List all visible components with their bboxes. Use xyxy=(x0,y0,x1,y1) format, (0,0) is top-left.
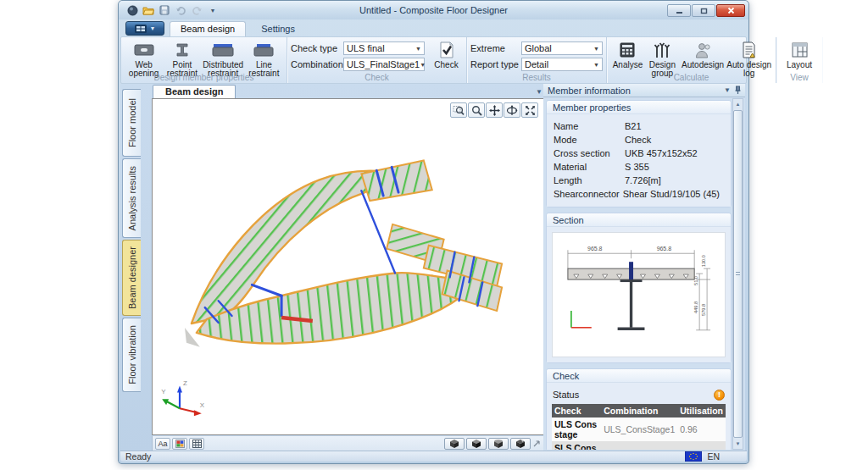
group-label-view: View xyxy=(776,73,822,82)
dim-d1: 51.0 xyxy=(693,276,698,285)
table-row[interactable]: SLS Cons stageSLS_ConsStage10.93 xyxy=(552,441,726,450)
check-box: Check Status ! Check Combination Utilisa… xyxy=(546,368,732,450)
scrollbar-grip xyxy=(736,272,740,277)
grid-toggle-button[interactable] xyxy=(189,438,204,450)
app-logo-icon[interactable] xyxy=(125,4,139,16)
redo-icon[interactable] xyxy=(190,4,203,16)
chevron-down-icon: ▼ xyxy=(415,46,421,52)
table-row[interactable]: ULS Cons stageULS_ConsStage10.96 xyxy=(552,417,726,441)
scrollbar-thumb[interactable] xyxy=(733,110,743,438)
doc-tab-menu-icon[interactable]: ▼ xyxy=(536,88,542,96)
qat-dropdown-icon[interactable]: ▼ xyxy=(206,4,220,16)
sidebar-item-floor-model[interactable]: Floor model xyxy=(122,89,141,157)
panel-scrollbar[interactable]: ▲ ▼ xyxy=(732,98,743,450)
auto-design-log-icon xyxy=(742,41,756,59)
table-header-row: Check Combination Utilisation xyxy=(552,404,726,417)
viewport-toolbar xyxy=(450,102,538,118)
title-bar[interactable]: ▼ Untitled - Composite Floor Designer xyxy=(119,1,748,19)
view-wireframe-button[interactable] xyxy=(444,438,465,450)
group-design-member-properties: Web opening Point restraint Distributed … xyxy=(121,37,287,83)
quick-access-toolbar: ▼ xyxy=(125,4,220,16)
sidebar-item-floor-vibration[interactable]: Floor vibration xyxy=(122,318,141,392)
group-results: Extreme Global ▼ Report type Detail ▼ Re… xyxy=(467,37,607,83)
app-window: ▼ Untitled - Composite Floor Designer ▼ … xyxy=(118,0,749,464)
scroll-down-icon[interactable]: ▼ xyxy=(733,439,743,449)
zoom-button[interactable] xyxy=(468,102,485,118)
property-row: NameB21 xyxy=(554,119,724,133)
group-label-check: Check xyxy=(287,73,466,82)
model-viewport[interactable]: Z X Y xyxy=(152,98,544,435)
zoom-window-button[interactable] xyxy=(450,102,467,118)
chevron-down-icon: ▼ xyxy=(420,62,426,68)
section-title: Section xyxy=(547,213,731,227)
panel-dropdown-icon[interactable]: ▼ xyxy=(724,86,731,94)
panel-top-right[interactable] xyxy=(361,160,431,201)
status-text: Ready xyxy=(125,451,151,462)
expand-viewport-icon[interactable] xyxy=(532,440,541,448)
analyse-button[interactable]: Analyse xyxy=(610,39,645,69)
property-row: ShearconnectorShear Stud/19/105 (45) xyxy=(554,187,724,201)
language-indicator[interactable]: EN xyxy=(707,451,720,462)
pan-button[interactable] xyxy=(486,102,503,118)
axis-y-label: Y xyxy=(161,388,166,395)
member-information-header[interactable]: Member information ▼ xyxy=(543,84,745,97)
report-type-label: Report type xyxy=(470,59,521,69)
undo-icon[interactable] xyxy=(174,4,187,16)
check-type-select[interactable]: ULS final ▼ xyxy=(343,41,425,55)
status-label: Status xyxy=(553,390,579,400)
view-hidden-line-button[interactable] xyxy=(466,438,487,450)
save-icon[interactable] xyxy=(158,4,171,16)
steel-beam-profile xyxy=(618,280,645,329)
open-icon[interactable] xyxy=(142,4,155,16)
report-type-select[interactable]: Detail ▼ xyxy=(521,58,603,71)
group-label-results: Results xyxy=(467,73,606,82)
pin-icon[interactable] xyxy=(735,86,741,95)
design-group-icon xyxy=(654,41,670,59)
application-menu-button[interactable]: ▼ xyxy=(125,21,164,36)
check-run-button[interactable]: Check xyxy=(430,39,463,69)
layout-button[interactable]: Layout xyxy=(780,39,819,69)
distributed-restraint-icon xyxy=(212,41,234,59)
check-icon xyxy=(439,41,454,59)
scroll-up-icon[interactable]: ▲ xyxy=(733,99,743,109)
point-restraint-icon xyxy=(175,41,190,59)
sidebar-item-analysis-results[interactable]: Analysis results xyxy=(122,158,141,238)
view-rendered-button[interactable] xyxy=(510,438,531,450)
eu-flag-icon[interactable] xyxy=(685,451,702,462)
dim-d2: 130.0 xyxy=(701,255,706,267)
dim-right: 965.8 xyxy=(657,246,672,252)
tab-beam-design[interactable]: Beam design xyxy=(170,21,246,36)
extreme-label: Extreme xyxy=(470,43,521,53)
layout-icon xyxy=(792,41,808,59)
chevron-down-icon: ▼ xyxy=(593,46,599,52)
floor-model-3d-view[interactable]: Z X Y xyxy=(153,99,543,434)
orbit-button[interactable] xyxy=(504,102,520,118)
text-display-button[interactable]: Aa xyxy=(155,438,170,450)
ribbon-tab-row: ▼ Beam design Settings xyxy=(119,19,748,36)
analyse-icon xyxy=(620,41,635,59)
extreme-select[interactable]: Global ▼ xyxy=(521,41,603,55)
minimize-button[interactable] xyxy=(667,4,691,17)
autodesign-button[interactable]: Autodesign xyxy=(680,39,726,69)
member-information-content: Member properties NameB21 ModeCheck Cros… xyxy=(545,98,732,450)
view-shaded-button[interactable] xyxy=(488,438,509,450)
sidebar-item-beam-designer[interactable]: Beam designer xyxy=(122,240,141,316)
combination-label: Combination xyxy=(291,59,343,69)
restore-button[interactable] xyxy=(692,4,715,17)
group-check: Check type ULS final ▼ Combination ULS_F… xyxy=(287,37,467,83)
close-button[interactable] xyxy=(716,4,745,17)
main-area: Floor model Analysis results Beam design… xyxy=(120,84,747,451)
document-area: Beam design ▼ xyxy=(146,84,548,451)
zoom-fit-button[interactable] xyxy=(521,102,538,118)
member-information-panel: Member information ▼ Member properties N… xyxy=(543,84,745,451)
member-properties-box: Member properties NameB21 ModeCheck Cros… xyxy=(546,100,732,207)
warning-icon: ! xyxy=(714,390,725,401)
document-tab-beam-design[interactable]: Beam design xyxy=(153,85,236,98)
combination-select[interactable]: ULS_FinalStage1 ▼ xyxy=(343,58,425,71)
axis-z-label: Z xyxy=(183,379,187,387)
member-properties-title: Member properties xyxy=(547,101,731,114)
render-mode-button[interactable] xyxy=(172,438,187,450)
dim-d3: 449.8 xyxy=(693,301,698,313)
chevron-down-icon: ▼ xyxy=(593,62,599,68)
tab-settings[interactable]: Settings xyxy=(251,22,305,36)
